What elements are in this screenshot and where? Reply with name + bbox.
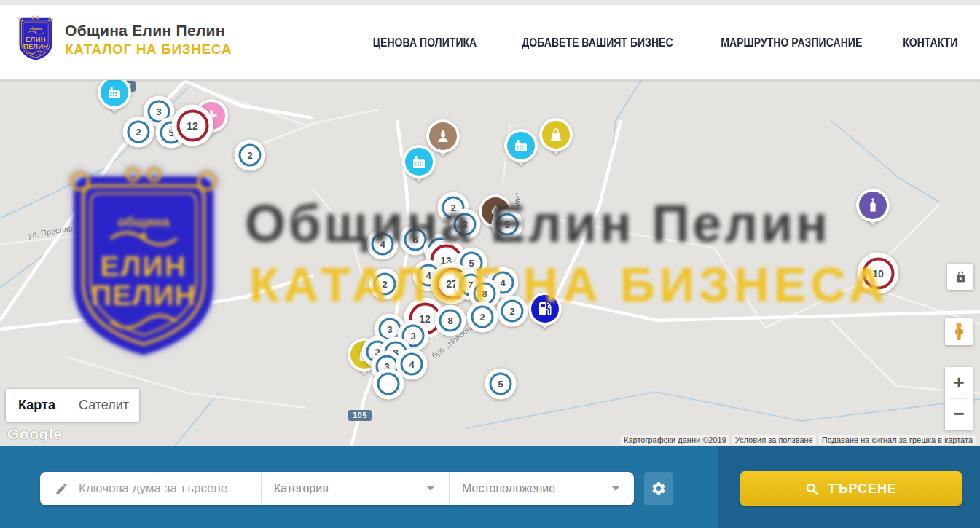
cluster-marker[interactable]: 2: [467, 302, 498, 333]
cluster-marker[interactable]: 8: [435, 305, 466, 336]
fuel-pin[interactable]: [528, 292, 562, 334]
map-canvas[interactable]: ул. Преславбул. „Новоселции“6002105 3251…: [0, 80, 980, 446]
cluster-marker[interactable]: 10: [858, 253, 899, 294]
main-nav: ЦЕНОВА ПОЛИТИКА ДОБАВЕТЕ ВАШИЯТ БИЗНЕС М…: [366, 5, 962, 80]
cluster-marker[interactable]: 5: [485, 369, 517, 400]
search-box: Категория Местоположение: [40, 472, 634, 505]
cluster-marker[interactable]: 2: [235, 140, 266, 171]
cluster-marker[interactable]: 2: [497, 296, 528, 327]
nav-contacts[interactable]: КОНТАКТИ: [903, 36, 958, 50]
municipality-emblem-icon: община ЕЛИН ПЕЛИН: [16, 14, 55, 65]
keyword-input[interactable]: [79, 481, 254, 496]
attribution-copyright: Картографски данни ©2019: [621, 435, 729, 445]
map-type-satellite-button[interactable]: Сателит: [68, 389, 139, 422]
keyword-section: [40, 481, 261, 496]
cluster-marker[interactable]: 2: [369, 269, 401, 300]
site-title: Община Елин Пелин: [65, 22, 232, 39]
svg-text:община: община: [30, 26, 43, 31]
cluster-marker[interactable]: [373, 369, 404, 400]
site-logo[interactable]: община ЕЛИН ПЕЛИН Община Елин Пелин КАТА…: [16, 14, 232, 65]
cluster-marker[interactable]: 4: [367, 229, 399, 260]
page: община ЕЛИН ПЕЛИН Община Елин Пелин КАТА…: [0, 0, 980, 528]
street-view-pegman-button[interactable]: [945, 318, 973, 345]
map-type-map-button[interactable]: Карта: [6, 389, 68, 422]
svg-text:ПЕЛИН: ПЕЛИН: [23, 43, 48, 50]
church-pin[interactable]: [856, 189, 890, 231]
top-strip: [0, 0, 980, 5]
advanced-search-button[interactable]: [644, 472, 673, 505]
cluster-marker[interactable]: 12: [172, 105, 213, 146]
chevron-down-icon: [612, 486, 619, 491]
attribution-terms-link[interactable]: Условия за ползване: [732, 435, 816, 445]
zoom-control: + −: [945, 367, 973, 430]
location-select[interactable]: Местоположение: [450, 472, 634, 505]
pegman-icon: [951, 322, 967, 341]
nav-route-schedule[interactable]: МАРШРУТНО РАЗПИСАНИЕ: [721, 36, 862, 50]
category-select[interactable]: Категория: [262, 472, 449, 505]
header: община ЕЛИН ПЕЛИН Община Елин Пелин КАТА…: [0, 5, 980, 80]
zoom-out-button[interactable]: −: [945, 399, 973, 430]
google-logo[interactable]: Google: [7, 425, 62, 443]
cluster-marker[interactable]: 3: [450, 209, 481, 240]
category-select-value: Категория: [274, 482, 329, 495]
attribution-report-error-link[interactable]: Подаване на сигнал за грешка в картата: [819, 435, 976, 445]
lock-icon: [954, 271, 967, 283]
svg-text:ЕЛИН: ЕЛИН: [26, 36, 46, 43]
chevron-down-icon: [427, 486, 434, 491]
pencil-icon: [55, 482, 68, 496]
gear-icon: [651, 481, 667, 497]
lock-scroll-button[interactable]: [947, 264, 973, 290]
bag-pin[interactable]: [539, 118, 573, 160]
factory-pin[interactable]: [402, 145, 436, 187]
factory-pin[interactable]: [504, 129, 538, 171]
nav-pricing[interactable]: ЦЕНОВА ПОЛИТИКА: [373, 36, 477, 50]
search-button-label: ТЪРСЕНЕ: [828, 481, 897, 497]
map-type-control: Карта Сателит: [6, 389, 139, 422]
site-subtitle: КАТАЛОГ НА БИЗНЕСА: [65, 42, 232, 58]
cluster-marker[interactable]: 2: [123, 117, 154, 148]
zoom-in-button[interactable]: +: [945, 367, 973, 398]
search-icon: [805, 482, 819, 496]
factory-pin[interactable]: [98, 80, 131, 118]
search-button[interactable]: ТЪРСЕНЕ: [740, 471, 962, 506]
cluster-marker[interactable]: 5: [492, 209, 523, 240]
nav-add-business[interactable]: ДОБАВЕТЕ ВАШИЯТ БИЗНЕС: [522, 36, 673, 50]
map-attribution: Картографски данни ©2019 Условия за полз…: [621, 435, 976, 445]
location-select-value: Местоположение: [462, 482, 555, 495]
road-number-badge: 105: [348, 410, 372, 421]
search-bar: Категория Местоположение ТЪРСЕНЕ: [0, 446, 980, 528]
